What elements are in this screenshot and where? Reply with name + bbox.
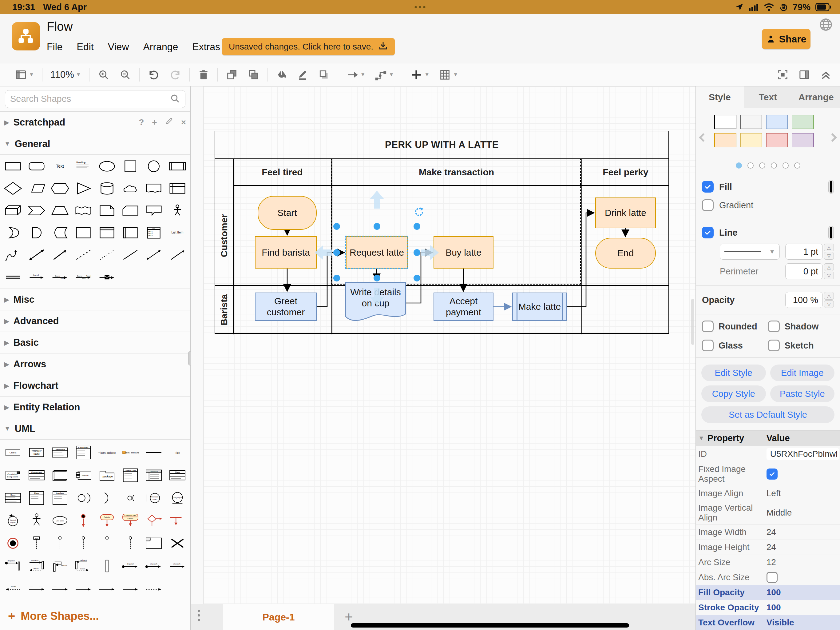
uml-shape-frame[interactable] (142, 533, 166, 553)
shape-rounded-rectangle[interactable] (25, 158, 48, 175)
selection-handle[interactable] (333, 249, 340, 256)
property-value[interactable]: 100 (766, 603, 781, 613)
shape-trapezoid[interactable] (48, 202, 72, 219)
node-drink-latte[interactable]: Drink latte (595, 198, 656, 228)
pool-title[interactable]: PERK UP WITH A LATTE (215, 131, 668, 159)
shape-cube[interactable] (1, 202, 25, 219)
uml-shape-control-object[interactable]: ControlObject (1, 511, 25, 531)
property-value[interactable]: Left (766, 489, 781, 499)
shape-and[interactable] (25, 224, 48, 241)
increase-icon[interactable]: △ (824, 263, 834, 271)
uml-shape-linelbl[interactable] (25, 579, 48, 598)
uml-shape-component[interactable]: «Annotation»Component (1, 465, 25, 485)
shape-link[interactable] (1, 268, 25, 285)
shape-step[interactable] (25, 202, 48, 219)
uml-shape-actor[interactable] (25, 511, 48, 531)
shape-parallelogram[interactable] (25, 180, 48, 197)
shape-directional-connector[interactable] (166, 246, 189, 263)
uml-shape-title[interactable]: Title (166, 443, 189, 462)
search-icon[interactable] (170, 93, 180, 105)
direction-arrow-icon[interactable] (367, 287, 387, 307)
tab-arrange[interactable]: Arrange (792, 86, 840, 108)
style-preset-5[interactable] (740, 133, 762, 147)
page-tab[interactable]: Page-1 (223, 604, 334, 630)
shape-mail-arrow[interactable] (95, 268, 119, 285)
uml-shape-entity-object[interactable]: Entity Object (166, 488, 189, 508)
scratchpad-close-icon[interactable]: × (181, 117, 186, 127)
fit-page-button[interactable] (777, 69, 789, 81)
carousel-page-dot[interactable] (736, 162, 742, 169)
sidebar-section-uml[interactable]: ▼UML (0, 418, 190, 440)
shape-label-arrow[interactable]: Label (25, 268, 48, 285)
search-shapes-box[interactable] (5, 90, 185, 108)
rounded-checkbox[interactable] (702, 321, 714, 332)
property-checkbox[interactable] (766, 572, 778, 583)
shape-circle[interactable] (142, 158, 166, 175)
phase-feel-perky[interactable]: Feel perky (581, 159, 669, 185)
pages-menu-icon[interactable] (198, 610, 200, 621)
uml-shape--item-attribute[interactable]: + item: attribute (95, 443, 119, 462)
zoom-in-button[interactable] (98, 69, 110, 81)
language-globe-icon[interactable] (818, 17, 833, 33)
shape-bidirectional-arrow[interactable] (25, 246, 48, 263)
uml-shape-object[interactable]: Object (1, 443, 25, 462)
uml-shape-interface[interactable]: Interface (48, 488, 72, 508)
edit-style-button[interactable]: Edit Style (701, 364, 766, 381)
property-value[interactable]: Visible (766, 618, 794, 628)
sidebar-section-general[interactable]: ▼ General (0, 133, 190, 155)
uml-shape-dispatch[interactable]: dispatch (119, 556, 142, 576)
redo-button[interactable] (169, 69, 182, 81)
direction-arrow-icon[interactable] (314, 243, 333, 263)
uml-shape-lifedot[interactable] (119, 533, 142, 553)
uml-shape-provided[interactable] (72, 488, 95, 508)
carousel-page-dot[interactable] (759, 162, 765, 169)
delete-button[interactable] (198, 69, 209, 81)
uml-shape-module[interactable]: Module (72, 465, 95, 485)
uml-shape-class[interactable]: Class (1, 488, 25, 508)
selection-handle[interactable] (333, 275, 340, 282)
uml-shape-lifedot[interactable] (95, 533, 119, 553)
shape-vertical-container[interactable] (95, 224, 119, 241)
property-value[interactable]: Middle (766, 508, 792, 518)
uml-shape-arrowplain[interactable] (119, 579, 142, 598)
style-preset-0[interactable] (714, 115, 736, 129)
uml-shape-classname[interactable]: Classname (48, 443, 72, 462)
shape-process[interactable] (166, 158, 189, 175)
sidebar-section-misc[interactable]: ▶Misc (0, 289, 190, 310)
shape-cloud[interactable] (119, 180, 142, 197)
copy-style-button[interactable]: Copy Style (701, 385, 766, 402)
fill-checkbox[interactable] (702, 181, 714, 193)
menu-view[interactable]: View (108, 41, 129, 52)
carousel-prev-icon[interactable] (699, 133, 707, 142)
property-value[interactable]: 24 (766, 527, 776, 537)
node-accept-payment[interactable]: Accept payment (434, 293, 494, 321)
sidebar-section-flowchart[interactable]: ▶Flowchart (0, 375, 190, 397)
multitask-dots-icon[interactable] (415, 6, 426, 8)
more-shapes-button[interactable]: + More Shapes... (0, 602, 190, 630)
zoom-out-button[interactable] (119, 69, 131, 81)
uml-shape-dispatch[interactable]: dispatch (1, 556, 25, 576)
carousel-next-icon[interactable] (828, 133, 837, 142)
property-checkbox[interactable] (766, 469, 778, 480)
uml-shape-stack[interactable] (48, 465, 72, 485)
phase-feel-tired[interactable]: Feel tired (233, 159, 332, 185)
carousel-page-dot[interactable] (747, 162, 753, 169)
undo-button[interactable] (148, 69, 160, 81)
decrease-icon[interactable]: ▽ (824, 252, 834, 260)
menu-edit[interactable]: Edit (77, 41, 94, 52)
property-value[interactable]: 100 (766, 587, 781, 597)
uml-shape-classname[interactable]: Classname (72, 443, 95, 462)
line-style-dropdown[interactable]: ▼ (720, 244, 780, 260)
sidebar-section-basic[interactable]: ▶Basic (0, 332, 190, 353)
selection-handle[interactable] (374, 223, 381, 230)
share-button[interactable]: Share (762, 29, 810, 49)
shape-rectangle[interactable] (1, 158, 25, 175)
canvas-scrollbar[interactable] (691, 299, 694, 345)
node-request-latte[interactable]: Request latte (346, 236, 408, 269)
shadow-button[interactable] (317, 69, 330, 81)
shape-ellipse[interactable] (95, 158, 119, 175)
uml-shape-choice[interactable] (142, 511, 166, 531)
home-indicator[interactable] (351, 623, 629, 628)
shape-square[interactable] (119, 158, 142, 175)
lane-customer[interactable]: Customer (215, 186, 233, 285)
